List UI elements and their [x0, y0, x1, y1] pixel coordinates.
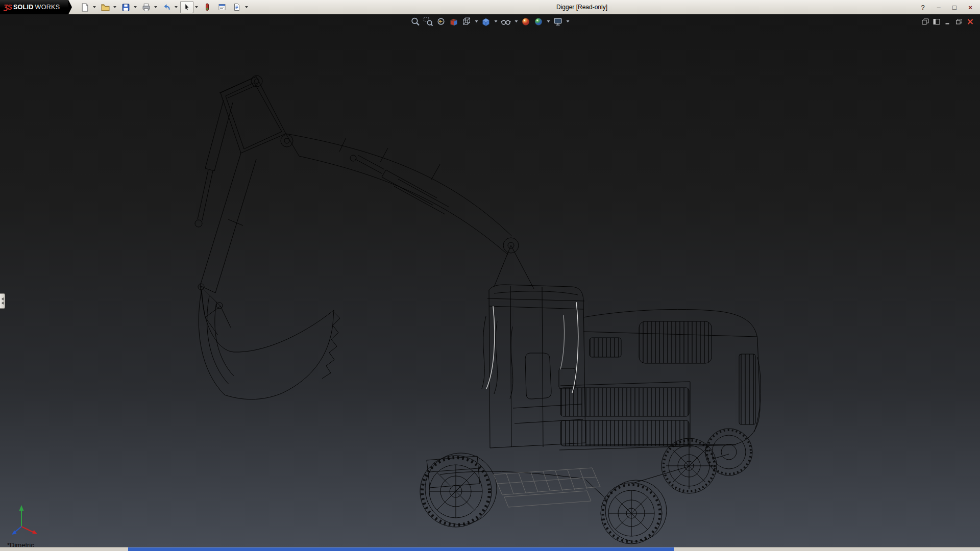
new-document-icon [81, 3, 89, 12]
view-settings-button[interactable] [552, 16, 564, 27]
close-document-button[interactable] [966, 18, 974, 25]
display-style-button[interactable] [480, 16, 492, 27]
view-settings-dropdown[interactable] [565, 16, 571, 27]
save-floppy-icon [121, 3, 130, 12]
select-tool-dropdown[interactable] [193, 2, 199, 13]
view-settings-monitor-icon [553, 17, 563, 27]
graphics-viewport[interactable]: *Dimetric [0, 14, 980, 547]
chevron-down-icon [566, 20, 569, 22]
cascade-window-button[interactable] [921, 18, 929, 25]
chevron-down-icon [514, 20, 518, 22]
edit-appearance-button[interactable] [520, 16, 532, 27]
file-properties-icon [233, 3, 241, 11]
solidworks-window: ƷS SOLID WORKS [0, 0, 980, 551]
feature-panel-splitter[interactable] [0, 293, 5, 309]
display-style-dropdown[interactable] [493, 16, 499, 27]
display-style-cube-icon [481, 17, 491, 27]
undo-dropdown[interactable] [173, 2, 179, 13]
brand-light: WORKS [35, 4, 60, 11]
chevron-down-icon [475, 20, 478, 22]
solidworks-logo-mark-icon: ƷS [4, 3, 12, 11]
chevron-down-icon [547, 20, 550, 22]
split-pane-button[interactable] [933, 18, 940, 25]
hide-show-items-button[interactable] [500, 16, 512, 27]
minimize-icon [944, 18, 951, 25]
close-icon [967, 18, 974, 25]
brand-bold: SOLID [13, 4, 34, 11]
appearance-ball-icon [521, 17, 531, 27]
chevron-down-icon [175, 6, 178, 8]
document-title: Digger [Read-only] [556, 4, 607, 11]
select-tool-button[interactable] [180, 1, 193, 13]
print-button[interactable] [139, 1, 153, 13]
chevron-down-icon [494, 20, 497, 22]
heads-up-view-toolbar [410, 16, 571, 27]
rebuild-button[interactable] [201, 1, 214, 13]
save-dropdown[interactable] [132, 2, 138, 13]
view-orientation-cube-icon [462, 17, 472, 27]
view-orientation-button[interactable] [461, 16, 473, 27]
apply-scene-dropdown[interactable] [546, 16, 551, 27]
zoom-to-area-button[interactable] [423, 16, 434, 27]
maximize-window-button[interactable]: □ [950, 4, 959, 11]
file-properties-dropdown[interactable] [243, 2, 249, 13]
minimize-window-button[interactable]: – [934, 4, 943, 11]
open-folder-icon [101, 3, 110, 12]
options-button[interactable] [215, 1, 229, 13]
rebuild-traffic-light-icon [203, 3, 211, 11]
minimize-document-button[interactable] [944, 18, 951, 25]
zoom-to-fit-button[interactable] [410, 16, 422, 27]
eyeglasses-icon [501, 17, 511, 27]
previous-view-icon [436, 17, 446, 27]
menu-expand-arrow-icon[interactable] [68, 0, 72, 14]
restore-document-button[interactable] [955, 18, 963, 25]
chevron-down-icon [245, 6, 248, 8]
save-button[interactable] [119, 1, 132, 13]
section-view-button[interactable] [448, 16, 460, 27]
open-document-dropdown[interactable] [112, 2, 117, 13]
standard-toolbar [78, 0, 250, 14]
hide-show-items-dropdown[interactable] [513, 16, 519, 27]
chevron-down-icon [154, 6, 157, 8]
chevron-down-icon [93, 6, 96, 8]
open-document-button[interactable] [99, 1, 112, 13]
apply-scene-button[interactable] [533, 16, 545, 27]
orientation-triad-icon [12, 505, 37, 535]
scene-ball-icon [534, 17, 544, 27]
undo-arrow-icon [162, 3, 171, 12]
title-bar: ƷS SOLID WORKS [0, 0, 980, 15]
new-document-dropdown[interactable] [91, 2, 97, 13]
window-controls: ? – □ × [918, 0, 975, 14]
undo-button[interactable] [160, 1, 173, 13]
chevron-down-icon [113, 6, 116, 8]
collapse-left-arrow-icon [2, 297, 4, 300]
document-window-controls [921, 18, 974, 25]
view-orientation-dropdown[interactable] [474, 16, 479, 27]
chevron-down-icon [195, 6, 198, 8]
restore-icon [955, 18, 963, 25]
excavator-wireframe-model [0, 0, 980, 551]
new-document-button[interactable] [78, 1, 91, 13]
zoom-to-area-icon [424, 17, 433, 27]
printer-icon [142, 3, 151, 12]
zoom-to-fit-icon [411, 17, 421, 27]
close-window-button[interactable]: × [966, 4, 975, 11]
help-button[interactable]: ? [918, 4, 927, 11]
select-cursor-icon [183, 3, 191, 11]
collapse-left-arrow-icon [2, 302, 4, 305]
solidworks-logo[interactable]: ƷS SOLID WORKS [0, 0, 68, 14]
options-panel-icon [218, 3, 226, 11]
status-bar [0, 547, 980, 551]
print-dropdown[interactable] [153, 2, 158, 13]
previous-view-button[interactable] [435, 16, 447, 27]
section-view-icon [449, 17, 459, 27]
chevron-down-icon [134, 6, 137, 8]
status-bar-highlight [128, 547, 674, 551]
split-pane-icon [933, 18, 940, 25]
cascade-window-icon [922, 18, 929, 25]
file-properties-button[interactable] [230, 1, 243, 13]
